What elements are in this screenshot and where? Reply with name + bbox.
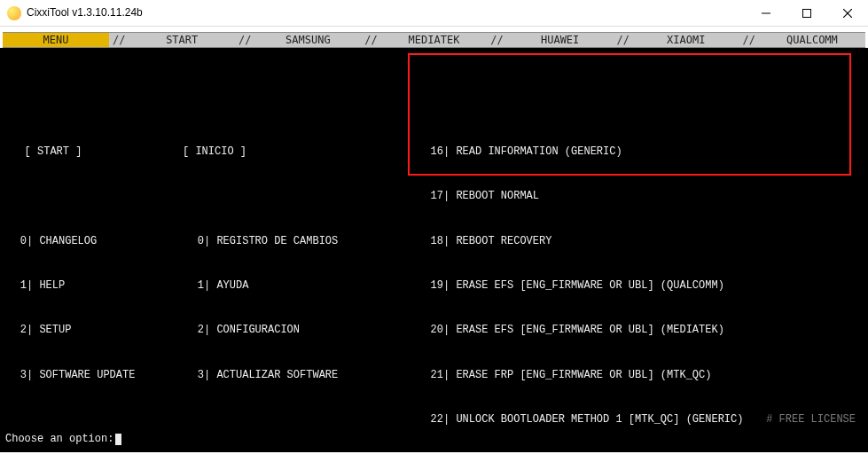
- tab-samsung[interactable]: SAMSUNG: [254, 33, 361, 47]
- titlebar: CixxiTool v1.3.10.11.24b: [0, 0, 868, 27]
- tab-bar: MENU // START // SAMSUNG // MEDIATEK // …: [3, 32, 865, 48]
- menu-item[interactable]: 1| AYUDA: [183, 278, 395, 294]
- tab-start[interactable]: START: [129, 33, 235, 47]
- license-note: # FREE LICENSE: [766, 412, 856, 427]
- maximize-button[interactable]: [786, 0, 827, 26]
- menu-item[interactable]: 2| SETUP: [5, 323, 183, 338]
- app-icon: [7, 6, 21, 20]
- menu-item[interactable]: 0| CHANGELOG: [5, 234, 183, 249]
- tab-xiaomi[interactable]: XIAOMI: [633, 33, 739, 47]
- input-prompt[interactable]: Choose an option:: [5, 432, 121, 447]
- tab-separator: //: [361, 33, 380, 47]
- tab-separator: //: [488, 33, 507, 47]
- menu-item[interactable]: 16| READ INFORMATION (GENERIC): [422, 145, 863, 160]
- menu-item[interactable]: 17| REBOOT NORMAL: [422, 189, 863, 204]
- svg-rect-1: [803, 9, 811, 17]
- tab-separator: //: [109, 33, 129, 47]
- tab-separator: //: [614, 33, 633, 47]
- menu-item[interactable]: 0| REGISTRO DE CAMBIOS: [183, 234, 395, 249]
- menu-item[interactable]: 3| SOFTWARE UPDATE: [5, 368, 183, 383]
- menu-item[interactable]: 3| ACTUALIZAR SOFTWARE: [183, 368, 395, 383]
- console-output: [ START ] 0| CHANGELOG 1| HELP 2| SETUP …: [0, 48, 868, 452]
- window-title: CixxiTool v1.3.10.11.24b: [27, 5, 143, 20]
- menu-item[interactable]: 19| ERASE EFS [ENG_FIRMWARE OR UBL] (QUA…: [422, 278, 863, 294]
- window-buttons: [746, 0, 868, 26]
- close-button[interactable]: [827, 0, 868, 26]
- section-start: [ START ]: [25, 145, 82, 158]
- minimize-button[interactable]: [746, 0, 786, 26]
- menu-item[interactable]: 20| ERASE EFS [ENG_FIRMWARE OR UBL] (MED…: [422, 323, 863, 338]
- menu-item[interactable]: 1| HELP: [5, 278, 183, 294]
- tab-qualcomm[interactable]: QUALCOMM: [759, 33, 865, 47]
- menu-item[interactable]: 2| CONFIGURACION: [183, 323, 395, 338]
- tab-huawei[interactable]: HUAWEI: [507, 33, 614, 47]
- tab-separator: //: [235, 33, 254, 47]
- tab-separator: //: [739, 33, 759, 47]
- menu-item[interactable]: 21| ERASE FRP [ENG_FIRMWARE OR UBL] (MTK…: [422, 368, 863, 383]
- cursor-icon: [115, 434, 121, 445]
- menu-item[interactable]: 18| REBOOT RECOVERY: [422, 234, 863, 249]
- tab-menu[interactable]: MENU: [3, 33, 109, 47]
- tab-mediatek[interactable]: MEDIATEK: [380, 33, 487, 47]
- section-inicio: [ INICIO ]: [183, 145, 246, 158]
